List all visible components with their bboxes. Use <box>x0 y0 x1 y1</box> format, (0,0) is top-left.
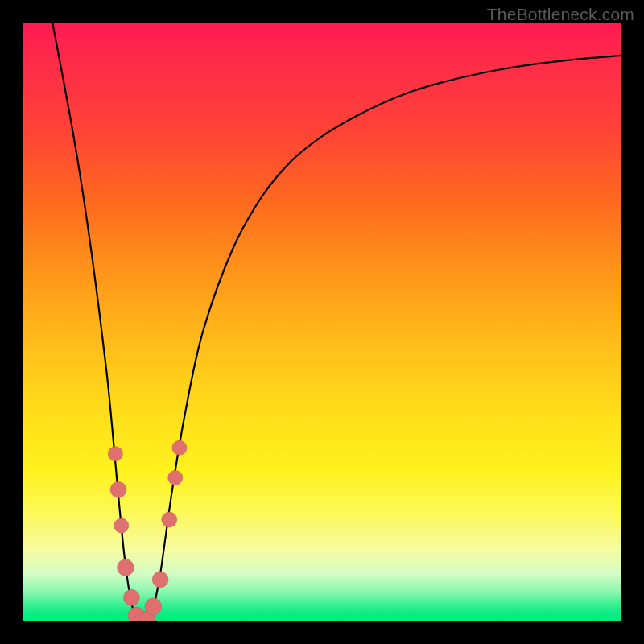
highlight-dot <box>110 481 126 497</box>
highlight-dot <box>152 572 168 588</box>
watermark-text: TheBottleneck.com <box>487 5 634 24</box>
highlight-dot <box>168 470 183 485</box>
highlight-dot <box>145 598 162 615</box>
chart-frame: TheBottleneck.com <box>0 0 644 644</box>
plot-area <box>23 23 621 621</box>
highlight-dot <box>114 518 129 533</box>
highlight-dot <box>108 447 122 461</box>
highlight-dot <box>124 589 140 605</box>
highlight-dot <box>118 559 134 576</box>
bottleneck-curve <box>52 23 621 621</box>
highlight-dot <box>172 440 187 455</box>
chart-svg <box>23 23 621 621</box>
highlight-dot <box>162 512 177 527</box>
